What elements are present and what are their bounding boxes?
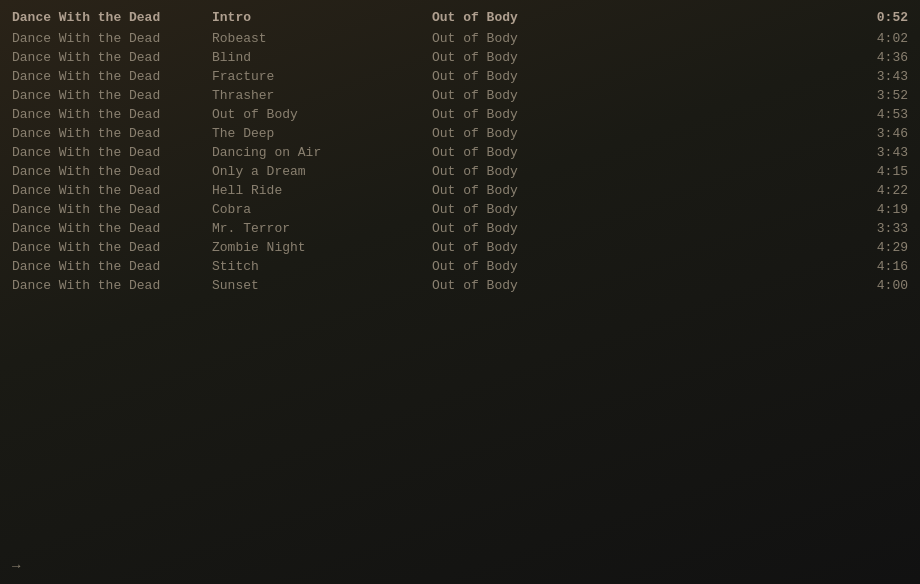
track-row[interactable]: Dance With the DeadSunsetOut of Body4:00 [0,276,920,295]
track-artist: Dance With the Dead [12,50,212,65]
track-album: Out of Body [432,145,848,160]
track-duration: 4:02 [848,31,908,46]
track-album: Out of Body [432,278,848,293]
track-album: Out of Body [432,221,848,236]
track-row[interactable]: Dance With the DeadThe DeepOut of Body3:… [0,124,920,143]
track-row[interactable]: Dance With the DeadHell RideOut of Body4… [0,181,920,200]
track-duration: 4:15 [848,164,908,179]
arrow-icon: → [12,558,20,574]
track-album: Out of Body [432,69,848,84]
track-duration: 4:16 [848,259,908,274]
track-duration: 3:52 [848,88,908,103]
track-title: Hell Ride [212,183,432,198]
header-title: Intro [212,10,432,25]
track-title: Out of Body [212,107,432,122]
track-row[interactable]: Dance With the DeadThrasherOut of Body3:… [0,86,920,105]
track-artist: Dance With the Dead [12,88,212,103]
header-album: Out of Body [432,10,848,25]
track-row[interactable]: Dance With the DeadStitchOut of Body4:16 [0,257,920,276]
track-artist: Dance With the Dead [12,31,212,46]
track-duration: 3:33 [848,221,908,236]
track-title: The Deep [212,126,432,141]
track-duration: 4:19 [848,202,908,217]
track-title: Zombie Night [212,240,432,255]
track-artist: Dance With the Dead [12,183,212,198]
track-title: Sunset [212,278,432,293]
track-row[interactable]: Dance With the DeadZombie NightOut of Bo… [0,238,920,257]
track-title: Thrasher [212,88,432,103]
track-artist: Dance With the Dead [12,278,212,293]
track-duration: 3:43 [848,69,908,84]
track-artist: Dance With the Dead [12,202,212,217]
track-artist: Dance With the Dead [12,107,212,122]
track-artist: Dance With the Dead [12,221,212,236]
track-album: Out of Body [432,202,848,217]
track-list-header: Dance With the Dead Intro Out of Body 0:… [0,8,920,27]
track-album: Out of Body [432,164,848,179]
track-row[interactable]: Dance With the DeadCobraOut of Body4:19 [0,200,920,219]
track-title: Mr. Terror [212,221,432,236]
track-artist: Dance With the Dead [12,69,212,84]
track-duration: 4:53 [848,107,908,122]
track-artist: Dance With the Dead [12,240,212,255]
track-album: Out of Body [432,50,848,65]
track-row[interactable]: Dance With the DeadDancing on AirOut of … [0,143,920,162]
track-title: Stitch [212,259,432,274]
track-title: Dancing on Air [212,145,432,160]
header-duration: 0:52 [848,10,908,25]
track-album: Out of Body [432,259,848,274]
track-duration: 3:43 [848,145,908,160]
track-artist: Dance With the Dead [12,126,212,141]
track-title: Robeast [212,31,432,46]
track-duration: 4:36 [848,50,908,65]
track-title: Fracture [212,69,432,84]
track-list: Dance With the Dead Intro Out of Body 0:… [0,0,920,303]
track-duration: 4:29 [848,240,908,255]
track-artist: Dance With the Dead [12,259,212,274]
track-duration: 4:00 [848,278,908,293]
track-duration: 4:22 [848,183,908,198]
track-duration: 3:46 [848,126,908,141]
track-row[interactable]: Dance With the DeadFractureOut of Body3:… [0,67,920,86]
track-artist: Dance With the Dead [12,145,212,160]
track-album: Out of Body [432,88,848,103]
track-album: Out of Body [432,31,848,46]
track-album: Out of Body [432,126,848,141]
track-album: Out of Body [432,107,848,122]
header-artist: Dance With the Dead [12,10,212,25]
track-row[interactable]: Dance With the DeadRobeastOut of Body4:0… [0,29,920,48]
track-album: Out of Body [432,183,848,198]
track-row[interactable]: Dance With the DeadBlindOut of Body4:36 [0,48,920,67]
track-title: Blind [212,50,432,65]
track-row[interactable]: Dance With the DeadMr. TerrorOut of Body… [0,219,920,238]
track-album: Out of Body [432,240,848,255]
track-title: Cobra [212,202,432,217]
track-row[interactable]: Dance With the DeadOnly a DreamOut of Bo… [0,162,920,181]
track-title: Only a Dream [212,164,432,179]
track-row[interactable]: Dance With the DeadOut of BodyOut of Bod… [0,105,920,124]
track-artist: Dance With the Dead [12,164,212,179]
